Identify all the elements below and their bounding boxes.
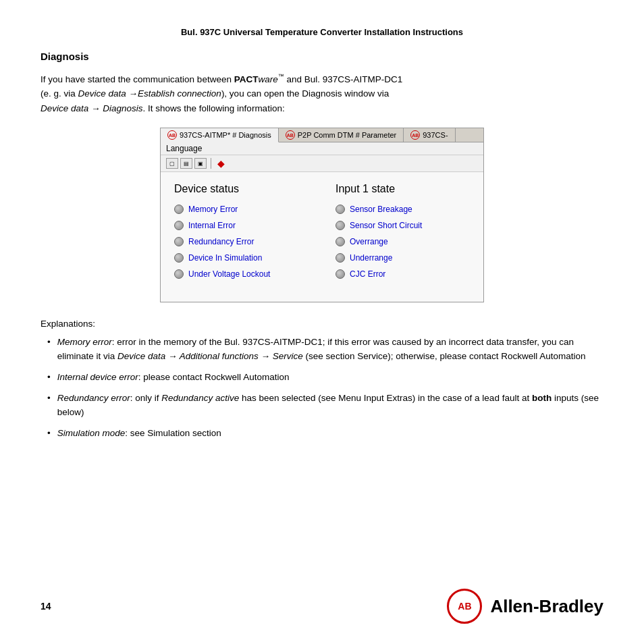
- ab-logo-tab1: AB: [167, 130, 177, 140]
- intro-text: If you have started the communication be…: [41, 72, 603, 115]
- bullet-redundancy: Redundancy error: only if Redundancy act…: [57, 392, 603, 420]
- page-title: Bul. 937C Universal Temperature Converte…: [181, 27, 463, 37]
- device-data-service: Device data → Additional functions → Ser…: [117, 351, 303, 361]
- ab-logo-tab2: AB: [286, 130, 295, 140]
- device-status-title: Device status: [174, 183, 308, 195]
- status-item-redundancy-error: Redundancy Error: [174, 237, 308, 246]
- status-item-sensor-breakage: Sensor Breakage: [336, 205, 470, 214]
- status-item-underrange: Underrange: [336, 253, 470, 263]
- memory-error-italic: Memory error: [57, 337, 112, 347]
- tab-diagnosis-label: 937CS-AITMP* # Diagnosis: [180, 131, 271, 139]
- page-container: Bul. 937C Universal Temperature Converte…: [0, 0, 644, 644]
- bullet-memory: Memory error: error in the memory of the…: [57, 336, 603, 364]
- cjc-error-label: CJC Error: [350, 269, 385, 279]
- internal-error-icon: [174, 221, 184, 230]
- pact-bold: PACT: [234, 74, 259, 84]
- tab-p2p-label: P2P Comm DTM # Parameter: [298, 131, 397, 139]
- ab-brand-name: Allen-Bradley: [490, 596, 603, 617]
- tab-937cs-label: 937CS-: [423, 131, 448, 139]
- tab-diagnosis[interactable]: AB 937CS-AITMP* # Diagnosis: [161, 128, 279, 142]
- input1-state-title: Input 1 state: [336, 183, 470, 195]
- ab-logo-text: AB: [458, 601, 471, 612]
- bullet-simulation: Simulation mode: see Simulation section: [57, 427, 221, 441]
- underrange-icon: [336, 253, 345, 263]
- underrange-label: Underrange: [350, 253, 392, 263]
- explanations-section: Explanations: Memory error: error in the…: [41, 319, 603, 441]
- intro-part3: ), you can open the Diagnosis window via: [221, 88, 389, 99]
- sensor-short-icon: [336, 221, 345, 230]
- redundancy-active-italic: Redundancy active: [161, 393, 239, 403]
- sensor-breakage-label: Sensor Breakage: [350, 205, 412, 214]
- toolbar-btn-2[interactable]: ▤: [180, 158, 192, 169]
- intro-part1: If you have started the communication be…: [41, 74, 234, 84]
- page-header: Bul. 937C Universal Temperature Converte…: [41, 27, 603, 37]
- status-grid: Device status Memory Error Internal Erro…: [174, 183, 470, 286]
- intro-part4: . It shows the following information:: [143, 103, 285, 113]
- ab-logo-tab3: AB: [410, 130, 420, 140]
- toolbar-btn-1[interactable]: ▢: [166, 158, 178, 169]
- memory-error-icon: [174, 205, 184, 214]
- page-footer: 14 AB Allen-Bradley: [0, 589, 644, 624]
- cjc-error-icon: [336, 269, 345, 279]
- explanation-simulation: Simulation mode: see Simulation section: [41, 427, 603, 441]
- explanation-internal: Internal device error: please contact Ro…: [41, 371, 603, 385]
- voltage-lockout-icon: [174, 269, 184, 279]
- explanation-redundancy: Redundancy error: only if Redundancy act…: [41, 392, 603, 420]
- bullet-internal: Internal device error: please contact Ro…: [57, 371, 290, 385]
- window-content: Device status Memory Error Internal Erro…: [161, 172, 483, 302]
- simulation-label: Device In Simulation: [188, 253, 262, 263]
- status-item-overrange: Overrange: [336, 237, 470, 246]
- tab-937cs[interactable]: AB 937CS-: [404, 128, 455, 142]
- status-item-memory-error: Memory Error: [174, 205, 308, 214]
- device-data-link: Device data →Establish connection: [78, 88, 221, 99]
- toolbar-btn-3[interactable]: ▣: [194, 158, 207, 169]
- simulation-mode-italic: Simulation mode: [57, 428, 126, 438]
- window-tabs: AB 937CS-AITMP* # Diagnosis AB P2P Comm …: [161, 128, 483, 142]
- status-item-simulation: Device In Simulation: [174, 253, 308, 263]
- internal-error-italic: Internal device error: [57, 372, 138, 382]
- input1-state-column: Input 1 state Sensor Breakage Sensor Sho…: [336, 183, 470, 286]
- ab-logo-large: AB: [447, 589, 482, 624]
- explanation-memory: Memory error: error in the memory of the…: [41, 336, 603, 364]
- trademark: ™: [278, 73, 284, 80]
- ab-brand: AB Allen-Bradley: [447, 589, 603, 624]
- diagnosis-window: AB 937CS-AITMP* # Diagnosis AB P2P Comm …: [160, 128, 484, 302]
- status-item-voltage-lockout: Under Voltage Lockout: [174, 269, 308, 279]
- status-item-cjc-error: CJC Error: [336, 269, 470, 279]
- page-number: 14: [41, 601, 51, 612]
- section-title: Diagnosis: [41, 51, 603, 62]
- overrange-label: Overrange: [350, 237, 388, 246]
- redundancy-error-icon: [174, 237, 184, 246]
- simulation-icon: [174, 253, 184, 263]
- toolbar: ▢ ▤ ▣ ◆: [161, 155, 483, 172]
- redundancy-error-italic: Redundancy error: [57, 393, 130, 403]
- both-bold: both: [532, 393, 552, 403]
- tab-p2p[interactable]: AB P2P Comm DTM # Parameter: [279, 128, 404, 142]
- sensor-breakage-icon: [336, 205, 345, 214]
- internal-error-label: Internal Error: [188, 221, 236, 230]
- toolbar-diamond-icon[interactable]: ◆: [215, 158, 226, 169]
- redundancy-error-label: Redundancy Error: [188, 237, 254, 246]
- status-item-internal-error: Internal Error: [174, 221, 308, 230]
- overrange-icon: [336, 237, 345, 246]
- explanations-list: Memory error: error in the memory of the…: [41, 336, 603, 441]
- memory-error-label: Memory Error: [188, 205, 238, 214]
- explanations-title: Explanations:: [41, 319, 603, 329]
- sensor-short-label: Sensor Short Circuit: [350, 221, 422, 230]
- device-status-column: Device status Memory Error Internal Erro…: [174, 183, 308, 286]
- toolbar-separator: [211, 158, 211, 169]
- device-data-diagnosis: Device data → Diagnosis: [41, 103, 143, 113]
- menu-language[interactable]: Language: [166, 144, 202, 153]
- status-item-sensor-short: Sensor Short Circuit: [336, 221, 470, 230]
- pact-ware: ware: [258, 74, 277, 84]
- voltage-lockout-label: Under Voltage Lockout: [188, 269, 270, 279]
- menu-bar[interactable]: Language: [161, 142, 483, 155]
